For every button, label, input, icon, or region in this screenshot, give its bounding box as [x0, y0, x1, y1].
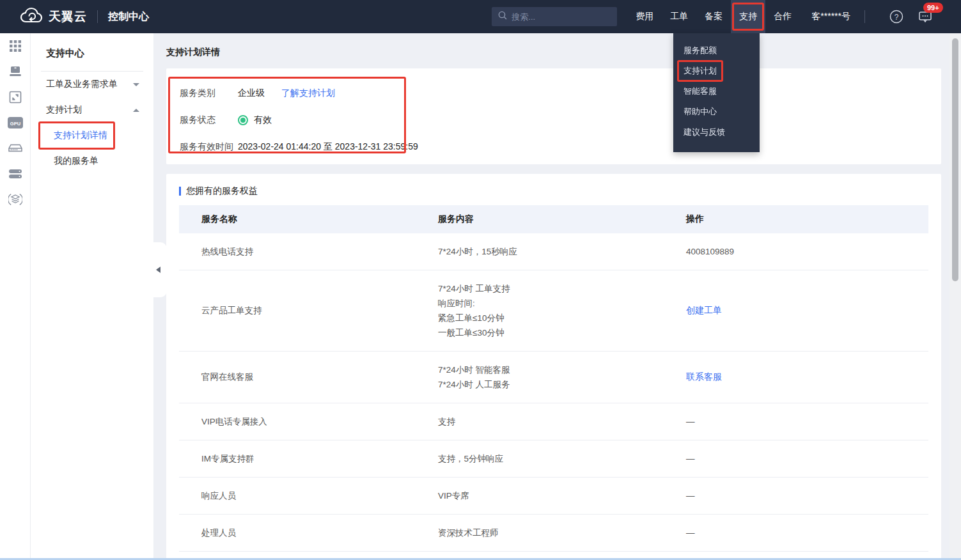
table-row: VIP电话专属接入 支持 — — [179, 403, 928, 440]
service-name: 热线电话支持 — [179, 246, 438, 258]
elastic-scaling-button[interactable] — [0, 84, 31, 110]
svg-text:?: ? — [895, 13, 899, 22]
service-name: 云产品工单支持 — [179, 305, 438, 316]
learn-support-plan-link[interactable]: 了解支持计划 — [281, 88, 335, 99]
account-name[interactable]: 客******号 — [811, 11, 850, 22]
dropdown-item-label: 帮助中心 — [684, 106, 717, 118]
sidebar-item-label: 我的服务单 — [54, 155, 98, 167]
plan-info-card: 服务类别 企业级 了解支持计划 服务状态 有效 服务有效时间 2023-02-2… — [166, 68, 941, 164]
table-row: 处理人员 资深技术工程师 — — [179, 515, 928, 552]
sidebar-item-my-service-orders[interactable]: 我的服务单 — [31, 148, 153, 174]
data-layers-button[interactable] — [0, 187, 31, 212]
contact-service-link[interactable]: 联系客服 — [686, 371, 722, 382]
plan-status-row: 服务状态 有效 — [180, 114, 928, 126]
server-icon — [8, 143, 22, 154]
page-title: 支持计划详情 — [166, 47, 941, 58]
service-content: 响应时间: — [438, 296, 686, 311]
col-header-action: 操作 — [686, 214, 928, 225]
sidebar-group-tickets[interactable]: 工单及业务需求单 — [31, 72, 153, 97]
host-stack-icon — [8, 169, 22, 179]
collapse-left-icon — [156, 267, 160, 273]
dropdown-item-label: 智能客服 — [684, 86, 717, 97]
data-layers-icon — [8, 192, 22, 206]
service-content: 7*24小时 人工服务 — [438, 377, 686, 392]
service-content: 一般工单≤30分钟 — [438, 325, 686, 340]
navbar-divider — [864, 10, 865, 23]
scrollbar-track[interactable] — [949, 33, 961, 560]
help-button[interactable]: ? — [889, 10, 903, 24]
section-accent-bar — [179, 187, 181, 196]
service-name: IM专属支持群 — [179, 453, 438, 465]
support-dropdown-menu: 服务配额 支持计划 智能客服 帮助中心 建议与反馈 — [673, 33, 760, 152]
service-content: 支持，5分钟响应 — [438, 451, 686, 466]
top-navbar: 天翼云 控制中心 费用 工单 备案 支持 合作 客******号 — [0, 0, 961, 33]
chevron-down-icon — [133, 83, 139, 86]
main-content: 支持计划详情 服务类别 企业级 了解支持计划 服务状态 有效 服务有效时间 20… — [153, 33, 961, 560]
nav-item-partner[interactable]: 合作 — [765, 0, 800, 33]
service-name: 响应人员 — [179, 490, 438, 502]
scaling-icon — [9, 91, 22, 104]
svg-text:GPU: GPU — [10, 121, 20, 127]
console-title: 控制中心 — [108, 10, 149, 24]
navbar-left: 天翼云 控制中心 — [0, 7, 149, 27]
dropdown-item-label: 服务配额 — [684, 45, 717, 56]
plan-category-row: 服务类别 企业级 了解支持计划 — [180, 88, 928, 99]
dropdown-item-feedback[interactable]: 建议与反馈 — [673, 122, 760, 143]
sidebar-group-support-plan[interactable]: 支持计划 — [31, 97, 153, 123]
benefits-card: 您拥有的服务权益 服务名称 服务内容 操作 热线电话支持 7*24小时，15秒响… — [166, 174, 941, 559]
create-ticket-link[interactable]: 创建工单 — [686, 305, 722, 315]
notifications-button[interactable]: 99+ — [918, 10, 933, 24]
cloud-logo-icon — [19, 7, 43, 27]
no-action-dash: — — [686, 528, 695, 538]
dropdown-item-smart-service[interactable]: 智能客服 — [673, 81, 760, 102]
service-content: 7*24小时 工单支持 — [438, 281, 686, 296]
sidebar-collapse-handle[interactable] — [153, 242, 167, 297]
nav-item-billing[interactable]: 费用 — [627, 0, 662, 33]
console-overview-button[interactable] — [0, 59, 31, 84]
search-input[interactable] — [512, 12, 607, 22]
dropdown-item-support-plan[interactable]: 支持计划 — [673, 61, 760, 81]
dropdown-item-service-quota[interactable]: 服务配额 — [673, 40, 760, 61]
bare-metal-button[interactable] — [0, 136, 31, 161]
service-name: VIP电话专属接入 — [179, 416, 438, 428]
dropdown-item-help-center[interactable]: 帮助中心 — [673, 102, 760, 122]
service-content: 支持 — [438, 414, 686, 429]
table-row: 响应人员 VIP专席 — — [179, 478, 928, 515]
col-header-service-content: 服务内容 — [438, 214, 686, 225]
plan-category-value: 企业级 — [238, 88, 265, 99]
service-content: VIP专席 — [438, 488, 686, 503]
sidebar-group-label: 工单及业务需求单 — [46, 79, 118, 90]
apps-grid-button[interactable] — [0, 33, 31, 59]
plan-validity-label: 服务有效时间 — [180, 141, 238, 153]
sidebar-item-label: 支持计划详情 — [54, 130, 107, 141]
no-action-dash: — — [686, 491, 695, 501]
nav-item-support[interactable]: 支持 — [731, 0, 765, 33]
service-content: 资深技术工程师 — [438, 525, 686, 540]
sidebar: 支持中心 工单及业务需求单 支持计划 支持计划详情 我的服务单 — [31, 33, 153, 560]
gpu-service-button[interactable]: GPU — [0, 110, 31, 136]
table-row: 官网在线客服 7*24小时 智能客服 7*24小时 人工服务 联系客服 — [179, 352, 928, 403]
nav-item-support-label: 支持 — [739, 11, 757, 22]
brand-logo[interactable]: 天翼云 — [19, 7, 87, 27]
service-content: 7*24小时，15秒响应 — [438, 244, 686, 259]
section-header: 您拥有的服务权益 — [179, 185, 928, 197]
search-box[interactable] — [492, 7, 617, 26]
gpu-icon: GPU — [8, 116, 23, 129]
no-action-dash: — — [686, 417, 695, 426]
grid-icon — [10, 40, 21, 52]
no-action-dash: — — [686, 454, 695, 463]
nav-item-icp[interactable]: 备案 — [696, 0, 731, 33]
scrollbar-thumb[interactable] — [952, 38, 958, 281]
navbar-divider — [97, 10, 98, 23]
help-icon: ? — [889, 10, 903, 24]
navbar-right: 费用 工单 备案 支持 合作 客******号 ? 99+ — [492, 0, 933, 33]
host-stack-button[interactable] — [0, 161, 31, 187]
plan-validity-row: 服务有效时间 2023-02-24 01:44:20 至 2023-12-31 … — [180, 141, 928, 153]
nav-item-tickets[interactable]: 工单 — [662, 0, 696, 33]
table-header-row: 服务名称 服务内容 操作 — [179, 205, 928, 233]
dropdown-item-label: 建议与反馈 — [684, 127, 725, 138]
chevron-up-icon — [133, 109, 139, 112]
plan-validity-value: 2023-02-24 01:44:20 至 2023-12-31 23:59:5… — [238, 141, 418, 153]
dropdown-item-label: 支持计划 — [684, 65, 717, 77]
sidebar-item-support-plan-details[interactable]: 支持计划详情 — [31, 123, 153, 148]
